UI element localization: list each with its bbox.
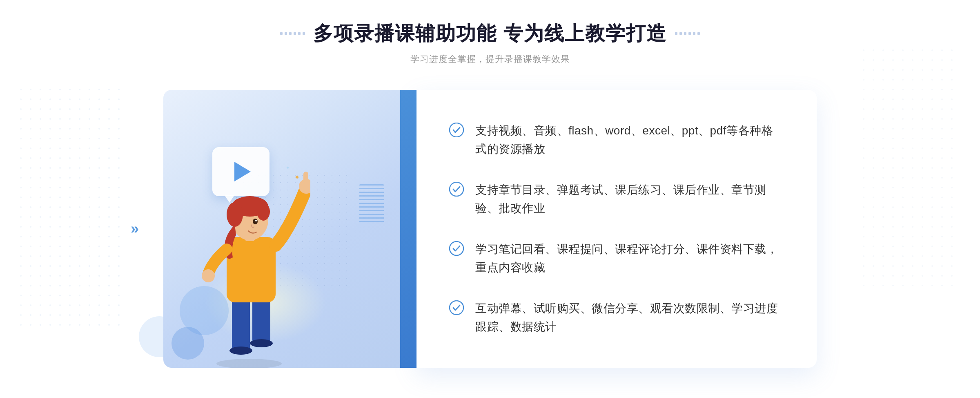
check-icon-4 — [449, 300, 464, 315]
feature-item-1: 支持视频、音频、flash、word、excel、ppt、pdf等各种格式的资源… — [449, 114, 784, 167]
main-title: 多项录播课辅助功能 专为线上教学打造 — [313, 20, 666, 47]
blue-bar — [400, 90, 416, 368]
chevron-icon: » — [131, 220, 139, 237]
title-dots-left — [280, 32, 305, 35]
content-area: » — [163, 90, 817, 368]
character-illustration: ✦ ✦ — [188, 147, 310, 368]
svg-point-6 — [229, 347, 252, 355]
svg-point-21 — [450, 123, 463, 137]
feature-text-3: 学习笔记回看、课程提问、课程评论打分、课件资料下载，重点内容收藏 — [475, 240, 784, 277]
check-icon-3 — [449, 241, 464, 256]
svg-point-13 — [257, 203, 270, 221]
stripe-decoration — [359, 184, 384, 225]
check-icon-2 — [449, 182, 464, 197]
feature-text-1: 支持视频、音频、flash、word、excel、ppt、pdf等各种格式的资源… — [475, 122, 784, 159]
svg-point-14 — [253, 219, 258, 224]
svg-point-18 — [202, 269, 215, 282]
svg-rect-4 — [232, 294, 250, 351]
svg-point-7 — [250, 339, 273, 347]
illustration-panel: ✦ ✦ — [163, 90, 416, 368]
svg-point-15 — [255, 220, 257, 221]
svg-point-24 — [450, 301, 463, 315]
subtitle: 学习进度全掌握，提升录播课教学效果 — [280, 53, 699, 65]
svg-rect-8 — [227, 237, 276, 302]
feature-text-2: 支持章节目录、弹题考试、课后练习、课后作业、章节测验、批改作业 — [475, 181, 784, 218]
svg-rect-1 — [20, 82, 122, 327]
svg-text:✦: ✦ — [294, 173, 300, 181]
svg-point-23 — [450, 241, 463, 255]
svg-rect-2 — [858, 41, 960, 286]
check-icon-1 — [449, 123, 464, 137]
svg-point-3 — [216, 359, 282, 368]
feature-item-3: 学习笔记回看、课程提问、课程评论打分、课件资料下载，重点内容收藏 — [449, 232, 784, 285]
feature-item-4: 互动弹幕、试听购买、微信分享、观看次数限制、学习进度跟踪、数据统计 — [449, 291, 784, 344]
right-panel: 支持视频、音频、flash、word、excel、ppt、pdf等各种格式的资源… — [416, 90, 817, 368]
left-chevrons: » — [131, 220, 139, 237]
title-dots-right — [675, 32, 700, 35]
feature-item-2: 支持章节目录、弹题考试、课后练习、课后作业、章节测验、批改作业 — [449, 173, 784, 226]
header-section: 多项录播课辅助功能 专为线上教学打造 学习进度全掌握，提升录播课教学效果 — [280, 20, 699, 65]
svg-text:✦: ✦ — [286, 165, 290, 171]
svg-point-22 — [450, 182, 463, 196]
svg-point-12 — [227, 202, 243, 227]
svg-rect-17 — [303, 172, 308, 187]
page-wrapper: 多项录播课辅助功能 专为线上教学打造 学习进度全掌握，提升录播课教学效果 » — [0, 0, 980, 398]
title-row: 多项录播课辅助功能 专为线上教学打造 — [280, 20, 699, 47]
feature-text-4: 互动弹幕、试听购买、微信分享、观看次数限制、学习进度跟踪、数据统计 — [475, 300, 784, 336]
